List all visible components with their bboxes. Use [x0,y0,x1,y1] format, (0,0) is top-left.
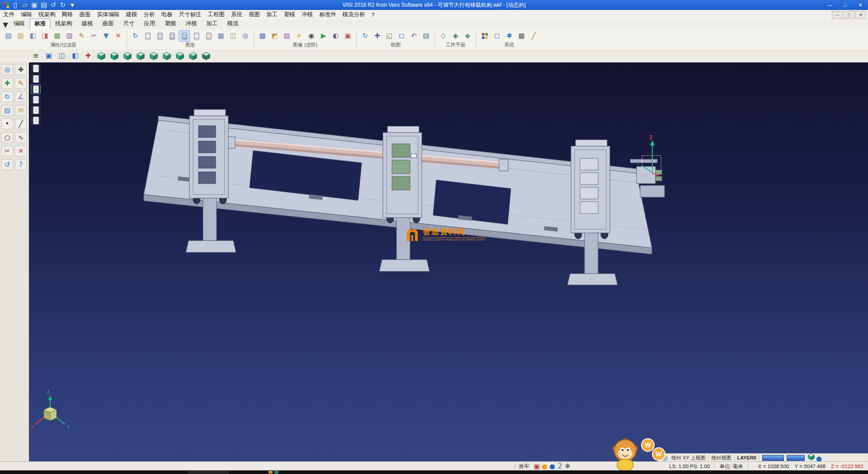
erase-attributes-icon[interactable]: ✂ [88,30,99,42]
child-minimize-button[interactable]: — [832,11,843,19]
filter-off-icon[interactable]: ✕ [113,30,124,42]
circle-tool-icon[interactable]: ○ [1,132,13,143]
monitor-icon[interactable]: ◻ [491,30,503,42]
redo-icon[interactable]: ↻ [58,1,67,9]
ucs-cube-icon[interactable] [807,453,815,460]
trim-tool-icon[interactable]: ✂ [1,146,13,156]
section-view-icon[interactable] [203,30,214,42]
wireframe-icon[interactable] [142,30,153,42]
view-left-icon[interactable] [174,51,186,62]
menu-edit[interactable]: 编辑 [18,10,35,19]
tab-surface[interactable]: 曲面 [98,19,118,29]
measure-tool-icon[interactable]: ∠ [15,91,27,102]
shaded-edges-icon[interactable] [179,30,190,42]
filter-select-icon[interactable]: ◧ [27,30,38,42]
viewport-single-icon[interactable]: ▣ [43,51,55,62]
workplane-icon[interactable]: ◇ [438,30,449,42]
ruler-icon[interactable]: ╱ [528,30,539,42]
transparent-icon[interactable] [191,30,202,42]
menu-help[interactable]: ? [368,11,378,19]
camera-icon[interactable]: ◉ [306,30,317,42]
tab-machining[interactable]: 加工 [202,19,222,29]
tab-molding[interactable]: 塑膜 [160,19,181,29]
view-absolute[interactable]: 绝对视图 [712,455,731,461]
render-icon[interactable]: ▩ [257,30,268,42]
redraw-icon[interactable]: ↻ [130,30,141,42]
view-dynamic-icon[interactable] [200,51,212,62]
layer-color-bar-2[interactable] [787,455,805,461]
lights-icon[interactable]: ☀ [293,30,305,42]
tab-application[interactable]: 应用 [140,19,160,29]
grid-icon[interactable]: ▦ [516,30,527,42]
tab-modeling[interactable]: 建模 [77,19,98,29]
snapshot-icon[interactable]: ▣ [342,30,354,42]
print-icon[interactable]: ▤ [39,1,48,9]
app-icon[interactable] [1,1,10,9]
undo-icon[interactable]: ↺ [49,1,58,9]
cad-model[interactable]: Z Y Z X Y [29,62,868,461]
notes-tool-icon[interactable]: ✉ [15,105,27,116]
tab-dimension[interactable]: 尺寸 [119,19,139,29]
minimize-button[interactable]: — [822,0,837,10]
attribute-copy-icon[interactable]: ▥ [15,30,26,42]
menu-mesh[interactable]: 网格 [59,10,76,19]
new-file-icon[interactable]: ▯ [11,1,20,9]
menu-solid-edit[interactable]: 实体编辑 [94,10,123,19]
hidden-line-icon[interactable] [154,30,165,42]
curve-tool-icon[interactable]: ∿ [15,132,27,143]
menu-die[interactable]: 冲模 [298,10,316,19]
status-lamp-icon[interactable]: ● [541,463,548,470]
line-tool-icon[interactable]: ╱ [15,118,27,129]
zoom-window-icon[interactable]: ◱ [384,30,395,42]
maximize-button[interactable]: □ [837,0,853,10]
taskbar-app-teal[interactable] [274,471,278,474]
view-back-icon[interactable] [161,51,173,62]
view-right-icon[interactable] [187,51,199,62]
view-bottom-icon[interactable] [135,51,146,62]
menu-wireframe[interactable]: 线架构 [35,10,59,19]
menu-machining[interactable]: 加工 [263,10,281,19]
undo-tool-icon[interactable]: ↺ [1,159,13,170]
mesh-view-icon[interactable]: ▦ [215,30,226,42]
units-readout[interactable]: 单位: 毫米 [719,463,743,470]
quick-access-toolbar[interactable]: ▯▱▣▤↺↻▾ [0,1,77,9]
info-icon[interactable]: ✱ [504,30,515,42]
child-restore-button[interactable]: □ [844,11,854,19]
menu-flow-analysis[interactable]: 模流分析 [340,10,368,19]
previous-view-icon[interactable]: ↶ [408,30,420,42]
pan-view-icon[interactable]: ✚ [372,30,383,42]
taskbar-window-preview[interactable] [188,471,229,474]
viewport-quad-icon[interactable]: ◫ [56,51,68,62]
delete-tool-icon[interactable]: ✕ [15,146,27,156]
view-front-icon[interactable] [148,51,160,62]
menu-mold[interactable]: 塑模 [281,10,298,19]
palette-icon[interactable] [479,30,491,42]
filter-type-icon[interactable]: ▧ [64,30,75,42]
dynamic-rotate-icon[interactable]: ↻ [1,91,13,102]
tab-standard[interactable]: 标准 [30,19,50,29]
layer-color-bar-1[interactable] [762,455,784,461]
menu-analysis[interactable]: 分析 [141,10,158,19]
view-refresh-icon[interactable]: ✚ [82,51,94,62]
view-iso-back-icon[interactable] [108,51,120,62]
pan-tool-icon[interactable]: ✚ [1,78,13,89]
tab-edit[interactable]: 编辑 [9,19,29,29]
select-tool-icon[interactable]: ✚ [15,64,27,75]
status-gear-icon[interactable]: ✱ [564,463,571,470]
child-close-button[interactable]: ✕ [855,11,866,19]
compare-icon[interactable]: ◫ [227,30,239,42]
tab-wireframe[interactable]: 线架构 [51,19,77,29]
save-icon[interactable]: ▣ [30,1,39,9]
viewport-layout-icon[interactable]: ◧ [69,51,81,62]
filter-color-icon[interactable]: ◨ [39,30,51,42]
workplane-entity-icon[interactable]: ◈ [450,30,461,42]
viewport-3d[interactable]: Z Y Z X Y 智造资料网 INTE [29,62,868,461]
zoom-fit-icon[interactable]: ◻ [396,30,407,42]
shaded-icon[interactable] [166,30,178,42]
tab-flow[interactable]: 模流 [223,19,243,29]
active-layer[interactable]: LAYER0 [737,455,756,460]
menu-electrode[interactable]: 电极 [158,10,176,19]
taskbar-app-orange[interactable] [269,471,273,474]
menu-standard-parts[interactable]: 标准件 [316,10,340,19]
point-tool-icon[interactable]: • [1,118,13,129]
